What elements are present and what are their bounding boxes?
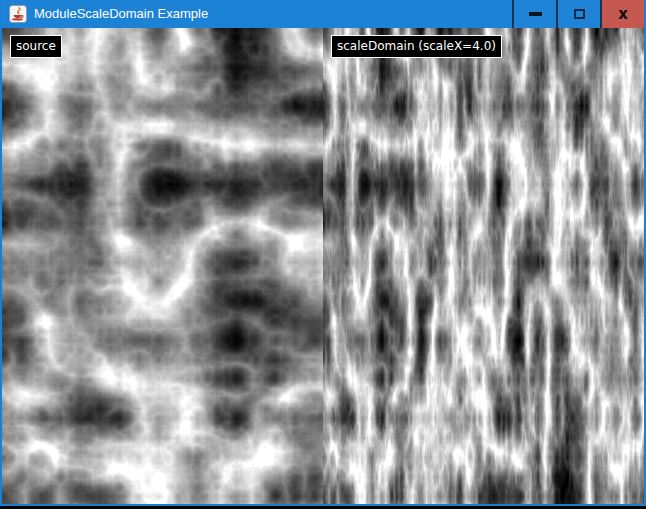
maximize-icon bbox=[574, 9, 585, 19]
close-icon: x bbox=[618, 7, 628, 22]
scaled-noise-panel: scaleDomain (scaleX=4.0) bbox=[323, 28, 644, 504]
app-window: ModuleScaleDomain Example x source scale… bbox=[0, 0, 646, 506]
minimize-button[interactable] bbox=[512, 0, 556, 28]
scale-domain-label: scaleDomain (scaleX=4.0) bbox=[331, 35, 502, 58]
title-bar[interactable]: ModuleScaleDomain Example x bbox=[2, 0, 644, 28]
source-label: source bbox=[10, 35, 62, 58]
content-area: source scaleDomain (scaleX=4.0) bbox=[2, 28, 644, 504]
window-controls: x bbox=[512, 0, 644, 28]
source-noise-image bbox=[2, 28, 323, 504]
scaled-noise-image bbox=[323, 28, 644, 504]
source-noise-panel: source bbox=[2, 28, 323, 504]
minimize-icon bbox=[529, 12, 542, 16]
window-title: ModuleScaleDomain Example bbox=[34, 0, 208, 28]
close-button[interactable]: x bbox=[600, 0, 644, 28]
maximize-button[interactable] bbox=[556, 0, 600, 28]
java-coffee-cup-icon[interactable] bbox=[9, 5, 27, 23]
